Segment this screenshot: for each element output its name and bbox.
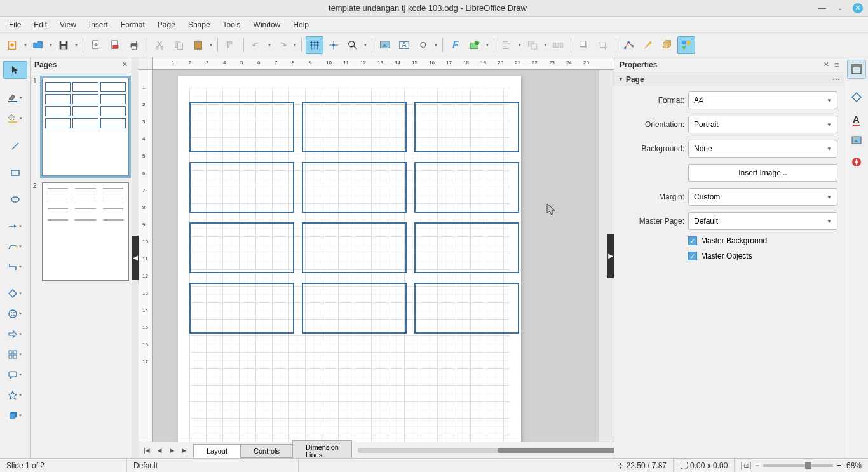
section-collapse-icon[interactable]: ▼ — [618, 76, 623, 82]
glue-points-button[interactable] — [639, 36, 657, 54]
arrow-tool[interactable]: ▼ — [3, 217, 27, 235]
zoom-button[interactable] — [344, 36, 362, 54]
format-select[interactable]: A4▼ — [688, 91, 837, 109]
orientation-select[interactable]: Portrait▼ — [688, 116, 837, 133]
zoom-slider[interactable] — [763, 464, 833, 467]
menu-shape[interactable]: Shape — [182, 18, 217, 32]
redo-button[interactable] — [273, 36, 291, 54]
copy-button[interactable] — [170, 36, 188, 54]
hyperlink-button[interactable] — [466, 36, 484, 54]
menu-tools[interactable]: Tools — [217, 18, 247, 32]
menu-view[interactable]: View — [53, 18, 83, 32]
save-button[interactable] — [55, 36, 72, 54]
undo-dropdown[interactable]: ▼ — [267, 43, 272, 47]
horizontal-scrollbar[interactable] — [358, 448, 614, 453]
new-button[interactable] — [4, 36, 22, 54]
zoom-dropdown[interactable]: ▼ — [363, 43, 368, 47]
shape-rectangle[interactable] — [414, 102, 519, 152]
extrusion-button[interactable] — [658, 36, 676, 54]
prev-page-button[interactable]: ◀ — [154, 445, 165, 456]
vertical-scrollbar[interactable] — [599, 70, 607, 442]
shape-rectangle[interactable] — [302, 102, 407, 152]
fill-color-tool[interactable]: ▼ — [3, 109, 27, 127]
crop-button[interactable] — [594, 36, 612, 54]
zoom-in-button[interactable]: + — [837, 461, 841, 470]
sidebar-tab-properties[interactable] — [847, 60, 866, 79]
shape-rectangle[interactable] — [189, 102, 294, 152]
align-dropdown[interactable]: ▼ — [517, 43, 522, 47]
symbol-shapes-tool[interactable]: ▼ — [3, 305, 27, 323]
connector-tool[interactable]: ▼ — [3, 258, 27, 276]
properties-close-icon[interactable]: ✕ — [824, 60, 829, 69]
arrange-dropdown[interactable]: ▼ — [543, 43, 548, 47]
insert-image-button[interactable] — [376, 36, 394, 54]
paste-dropdown[interactable]: ▼ — [208, 43, 214, 47]
menu-edit[interactable]: Edit — [27, 18, 53, 32]
rectangle-tool[interactable] — [3, 164, 27, 182]
master-background-checkbox[interactable]: ✓ — [688, 236, 697, 245]
insert-image-button-sidebar[interactable]: Insert Image... — [688, 164, 837, 182]
shape-rectangle[interactable] — [414, 283, 519, 334]
horizontal-ruler[interactable]: 1234567891011121314151617181920212223242… — [153, 57, 614, 70]
curve-tool[interactable]: ▼ — [3, 238, 27, 255]
last-page-button[interactable]: ▶| — [179, 445, 191, 456]
master-objects-checkbox[interactable]: ✓ — [688, 252, 697, 260]
sidebar-tab-styles[interactable]: A — [847, 109, 866, 128]
shape-rectangle[interactable] — [189, 222, 294, 273]
zoom-out-button[interactable]: − — [755, 461, 759, 470]
shape-rectangle[interactable] — [189, 162, 294, 213]
tab-controls[interactable]: Controls — [240, 444, 293, 458]
line-color-tool[interactable]: ▼ — [3, 89, 27, 107]
tab-dimension-lines[interactable]: Dimension Lines — [292, 440, 352, 459]
undo-button[interactable] — [248, 36, 266, 54]
menu-help[interactable]: Help — [287, 18, 315, 32]
close-button[interactable]: ✕ — [853, 3, 863, 13]
open-button[interactable] — [29, 36, 47, 54]
snap-button[interactable] — [325, 36, 342, 54]
insert-textbox-button[interactable]: A — [395, 36, 413, 54]
drawing-page[interactable] — [178, 76, 521, 442]
section-more-icon[interactable]: ⋯ — [832, 75, 840, 84]
pages-splitter[interactable]: ◀ — [132, 57, 139, 458]
menu-insert[interactable]: Insert — [83, 18, 114, 32]
new-dropdown[interactable]: ▼ — [23, 43, 28, 47]
shadow-button[interactable] — [575, 36, 593, 54]
cut-button[interactable] — [151, 36, 169, 54]
menu-format[interactable]: Format — [114, 18, 151, 32]
first-page-button[interactable]: |◀ — [141, 445, 153, 456]
shape-rectangle[interactable] — [414, 222, 519, 273]
clone-format-button[interactable] — [222, 36, 240, 54]
pages-close-icon[interactable]: ✕ — [122, 60, 128, 69]
margin-select[interactable]: Custom▼ — [688, 188, 837, 206]
redo-dropdown[interactable]: ▼ — [292, 43, 297, 47]
special-char-dropdown[interactable]: ▼ — [433, 43, 438, 47]
3d-tool[interactable]: ▼ — [3, 407, 27, 424]
draw-functions-button[interactable] — [677, 36, 695, 54]
export-pdf-button[interactable] — [106, 36, 124, 54]
sidebar-tab-shapes[interactable] — [847, 88, 866, 107]
arrange-button[interactable] — [524, 36, 541, 54]
sidebar-tab-gallery[interactable] — [847, 131, 866, 150]
sidebar-menu-icon[interactable]: ≡ — [834, 60, 839, 69]
tab-layout[interactable]: Layout — [193, 444, 241, 458]
shape-rectangle[interactable] — [189, 283, 294, 334]
background-select[interactable]: None▼ — [688, 140, 837, 158]
shape-rectangle[interactable] — [414, 162, 519, 213]
save-dropdown[interactable]: ▼ — [74, 43, 79, 47]
page-thumbnail-1[interactable] — [42, 78, 129, 176]
callout-tool[interactable]: ▼ — [3, 366, 27, 384]
distribute-button[interactable] — [549, 36, 567, 54]
line-tool[interactable] — [3, 137, 27, 155]
fontwork-button[interactable]: F — [447, 36, 465, 54]
zoom-value[interactable]: 68% — [846, 461, 862, 470]
shape-rectangle[interactable] — [302, 283, 407, 334]
canvas-viewport[interactable] — [153, 70, 599, 442]
master-select[interactable]: Default▼ — [688, 212, 837, 230]
grid-button[interactable] — [306, 36, 323, 54]
sidebar-tab-navigator[interactable] — [847, 152, 866, 172]
insert-special-char-button[interactable]: Ω — [414, 36, 432, 54]
edit-points-button[interactable] — [620, 36, 638, 54]
print-button[interactable] — [125, 36, 143, 54]
menu-file[interactable]: File — [3, 18, 27, 32]
next-page-button[interactable]: ▶ — [166, 445, 178, 456]
